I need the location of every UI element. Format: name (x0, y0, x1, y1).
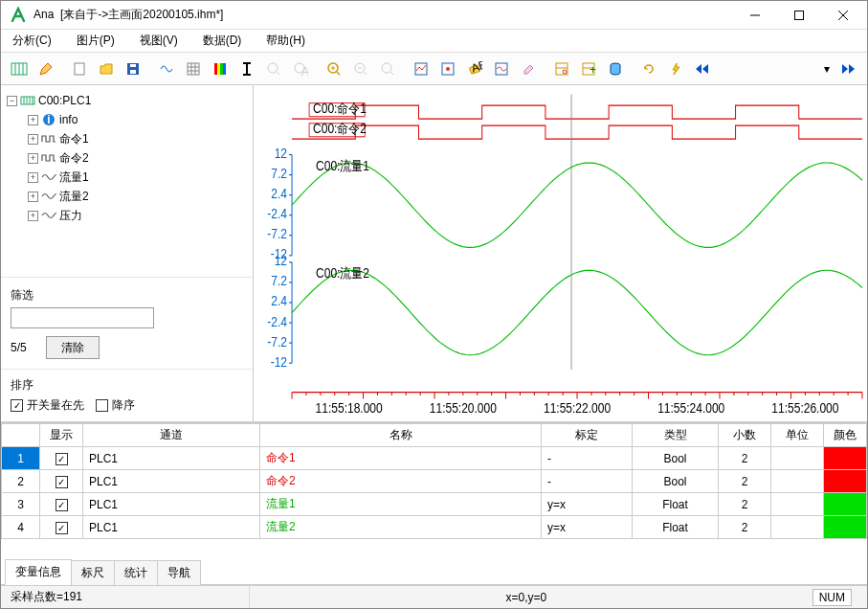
th-channel[interactable]: 通道 (83, 424, 260, 447)
table-row[interactable]: 4✓PLC1流量2y=xFloat2 (2, 516, 867, 539)
cell-channel[interactable]: PLC1 (83, 447, 260, 470)
clear-button[interactable]: 清除 (46, 336, 100, 359)
cell-dec[interactable]: 2 (719, 447, 771, 470)
tool-save-icon[interactable] (121, 56, 145, 81)
menu-help[interactable]: 帮助(H) (262, 31, 309, 51)
tab-stats[interactable]: 统计 (114, 560, 158, 585)
sort-switch-first[interactable]: ✓开关量在先 (11, 397, 84, 414)
tool-pencil-icon[interactable] (33, 56, 58, 81)
cell-dec[interactable]: 2 (719, 516, 771, 539)
cell-channel[interactable]: PLC1 (83, 493, 260, 516)
tool-dropdown-icon[interactable]: ▾ (819, 56, 835, 81)
expand-icon[interactable]: + (28, 134, 38, 145)
minimize-button[interactable] (733, 1, 777, 29)
cell-name[interactable]: 命令2 (260, 470, 542, 493)
cell-show[interactable]: ✓ (40, 516, 83, 539)
tool-chart3-icon[interactable] (489, 56, 514, 81)
tool-zoom-all-icon[interactable]: ALL (288, 56, 313, 81)
cell-type[interactable]: Float (633, 516, 719, 539)
table-row[interactable]: 1✓PLC1命令1-Bool2 (2, 447, 867, 470)
tool-columns-icon[interactable] (7, 56, 32, 81)
cell-channel[interactable]: PLC1 (83, 516, 260, 539)
row-num[interactable]: 3 (2, 493, 40, 516)
cell-unit[interactable] (771, 447, 824, 470)
menu-data[interactable]: 数据(D) (199, 31, 246, 51)
tool-zoomin-icon[interactable] (322, 56, 346, 81)
close-button[interactable] (821, 1, 865, 29)
cell-dec[interactable]: 2 (719, 470, 771, 493)
cell-name[interactable]: 流量2 (260, 516, 542, 539)
cell-name[interactable]: 流量1 (260, 493, 542, 516)
cell-cal[interactable]: y=x (542, 493, 633, 516)
tool-wave-icon[interactable] (154, 56, 179, 81)
expand-icon[interactable]: + (28, 192, 38, 202)
cell-show[interactable]: ✓ (40, 493, 83, 516)
tree-item[interactable]: +流量1 (7, 168, 247, 187)
tool-forward-icon[interactable] (836, 56, 861, 81)
tool-refresh-icon[interactable] (636, 56, 661, 81)
cell-unit[interactable] (771, 470, 824, 493)
tool-erase-icon[interactable] (516, 56, 541, 81)
tree-item[interactable]: +流量2 (7, 187, 247, 206)
th-unit[interactable]: 单位 (771, 424, 824, 447)
tool-cursor-icon[interactable] (234, 56, 259, 81)
cell-type[interactable]: Bool (633, 470, 719, 493)
cell-type[interactable]: Bool (633, 447, 719, 470)
row-num[interactable]: 4 (2, 516, 40, 539)
menu-analysis[interactable]: 分析(C) (9, 31, 56, 51)
cell-color[interactable] (824, 447, 867, 470)
th-num[interactable] (2, 424, 40, 447)
cell-unit[interactable] (771, 516, 824, 539)
cell-color[interactable] (824, 493, 867, 516)
table-wrap[interactable]: 显示 通道 名称 标定 类型 小数 单位 颜色 1✓PLC1命令1-Bool22… (1, 422, 867, 559)
th-cal[interactable]: 标定 (542, 424, 633, 447)
table-row[interactable]: 2✓PLC1命令2-Bool2 (2, 470, 867, 493)
tool-zoomout-icon[interactable] (348, 56, 373, 81)
tool-colors-icon[interactable] (208, 56, 233, 81)
chart-area[interactable]: C00:命令1C00:命令2-12-7.2-2.42.47.212C00:流量1… (254, 85, 867, 421)
tool-db-icon[interactable] (603, 56, 628, 81)
th-name[interactable]: 名称 (260, 424, 542, 447)
th-dec[interactable]: 小数 (719, 424, 771, 447)
cell-show[interactable]: ✓ (40, 470, 83, 493)
tree-item[interactable]: +压力 (7, 206, 247, 225)
cell-cal[interactable]: - (542, 470, 633, 493)
tree-item[interactable]: +命令1 (7, 129, 247, 148)
maximize-button[interactable] (777, 1, 821, 29)
th-show[interactable]: 显示 (40, 424, 83, 447)
tool-panel2-icon[interactable]: + (576, 56, 601, 81)
tool-zoomreset-icon[interactable] (375, 56, 400, 81)
cell-name[interactable]: 命令1 (260, 447, 542, 470)
cell-color[interactable] (824, 470, 867, 493)
th-type[interactable]: 类型 (633, 424, 719, 447)
tree-root[interactable]: − C00:PLC1 (7, 91, 247, 110)
tool-chart2-icon[interactable] (435, 56, 460, 81)
tool-zoom1-icon[interactable] (261, 56, 286, 81)
filter-input[interactable] (11, 307, 154, 328)
tree-view[interactable]: − C00:PLC1 +iinfo+命令1+命令2+流量1+流量2+压力 (1, 85, 253, 277)
cell-unit[interactable] (771, 493, 824, 516)
cell-cal[interactable]: y=x (542, 516, 633, 539)
tab-nav[interactable]: 导航 (157, 560, 201, 585)
tree-item[interactable]: +命令2 (7, 148, 247, 168)
tool-panel1-icon[interactable] (549, 56, 574, 81)
tool-chart1-icon[interactable] (409, 56, 434, 81)
th-color[interactable]: 颜色 (824, 424, 867, 447)
tool-open-icon[interactable] (94, 56, 119, 81)
tab-ruler[interactable]: 标尺 (71, 560, 115, 585)
tree-item[interactable]: +iinfo (7, 110, 247, 129)
expand-icon[interactable]: + (28, 115, 38, 125)
cell-color[interactable] (824, 516, 867, 539)
tool-lightning-icon[interactable] (663, 56, 688, 81)
expand-icon[interactable]: + (28, 153, 38, 164)
cell-dec[interactable]: 2 (719, 493, 771, 516)
tool-grid-icon[interactable] (181, 56, 206, 81)
cell-cal[interactable]: - (542, 447, 633, 470)
row-num[interactable]: 1 (2, 447, 40, 470)
cell-channel[interactable]: PLC1 (83, 470, 260, 493)
expand-icon[interactable]: + (28, 172, 38, 183)
table-row[interactable]: 3✓PLC1流量1y=xFloat2 (2, 493, 867, 516)
tool-new-icon[interactable] (67, 56, 92, 81)
tool-tag-icon[interactable]: AB (462, 56, 487, 81)
sort-descending[interactable]: 降序 (96, 397, 135, 414)
